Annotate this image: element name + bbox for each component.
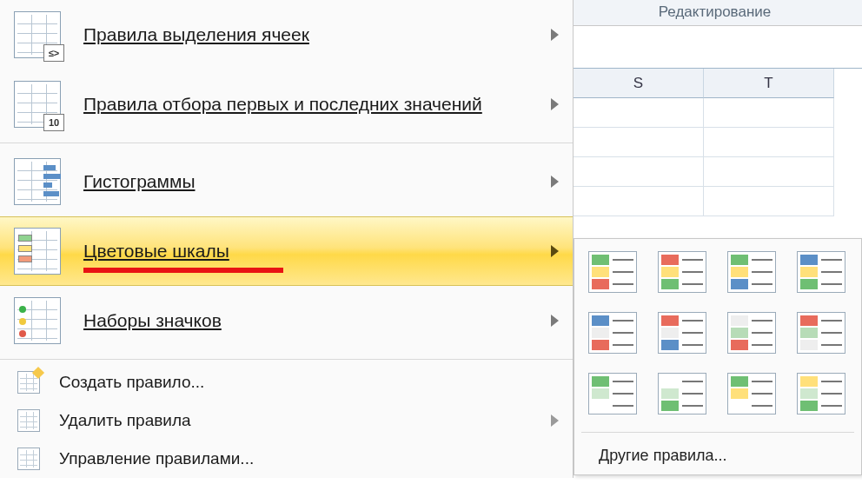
color-scale-swatch[interactable] [658, 373, 706, 414]
menu-item-label: Создать правило... [59, 373, 559, 392]
ribbon-group-editing: Редактирование [567, 0, 862, 26]
menu-item-manage-rules[interactable]: Управление правилами... [0, 440, 573, 478]
chevron-right-icon [551, 29, 559, 41]
color-scale-swatch[interactable] [588, 373, 637, 414]
data-bars-icon [14, 158, 61, 205]
menu-item-label: Цветовые шкалы [83, 241, 542, 262]
color-scale-swatch[interactable] [797, 373, 845, 414]
chevron-right-icon [551, 176, 559, 188]
color-scale-swatch[interactable] [727, 312, 776, 354]
conditional-formatting-menu: ≤> Правила выделения ячеек 10 Правила от… [0, 0, 574, 478]
chevron-right-icon [551, 315, 559, 327]
menu-item-label: Гистограммы [83, 171, 542, 192]
menu-item-label: Правила выделения ячеек [83, 24, 542, 45]
menu-item-more-rules[interactable]: Другие правила... [581, 436, 854, 474]
cell[interactable] [704, 157, 834, 187]
cell[interactable] [704, 98, 834, 128]
top-bottom-icon: 10 [14, 81, 61, 128]
cell[interactable] [574, 128, 704, 157]
color-scale-swatch[interactable] [588, 251, 637, 293]
cell[interactable] [574, 187, 704, 216]
highlight-cells-icon: ≤> [14, 11, 61, 58]
new-rule-icon [17, 371, 40, 394]
chevron-right-icon [551, 245, 559, 257]
menu-item-new-rule[interactable]: Создать правило... [0, 363, 573, 401]
icon-sets-icon [14, 297, 61, 344]
chevron-right-icon [551, 98, 559, 110]
color-scale-swatch[interactable] [658, 251, 706, 293]
menu-separator [0, 143, 573, 143]
column-header-t[interactable]: T [704, 69, 834, 98]
menu-item-icon-sets[interactable]: Наборы значков [0, 286, 573, 355]
spreadsheet-grid: S T [574, 68, 862, 216]
menu-item-clear-rules[interactable]: Удалить правила [0, 401, 573, 440]
cell[interactable] [574, 157, 704, 187]
color-scale-swatch[interactable] [588, 312, 637, 354]
color-scale-swatch[interactable] [797, 251, 845, 293]
color-scale-swatch[interactable] [658, 312, 706, 354]
menu-item-data-bars[interactable]: Гистограммы [0, 147, 573, 216]
manage-rules-icon [17, 448, 40, 470]
menu-item-highlight-cells-rules[interactable]: ≤> Правила выделения ячеек [0, 0, 573, 70]
cell[interactable] [704, 187, 834, 216]
color-scale-swatch[interactable] [797, 312, 845, 354]
color-scale-swatch[interactable] [727, 251, 776, 293]
cell[interactable] [574, 98, 704, 128]
menu-separator [0, 359, 573, 360]
annotation-underline [83, 268, 283, 273]
cell[interactable] [704, 128, 834, 157]
menu-item-label: Удалить правила [59, 411, 542, 430]
menu-item-top-bottom-rules[interactable]: 10 Правила отбора первых и последних зна… [0, 70, 573, 139]
menu-separator [581, 432, 854, 433]
clear-rules-icon [17, 409, 40, 432]
color-scales-icon [14, 228, 61, 275]
menu-item-color-scales[interactable]: Цветовые шкалы [0, 216, 573, 286]
menu-item-label: Правила отбора первых и последних значен… [83, 94, 542, 115]
color-scales-gallery: Другие правила... [574, 238, 862, 475]
menu-item-label: Наборы значков [83, 310, 542, 331]
column-header-s[interactable]: S [574, 69, 704, 98]
menu-item-label: Управление правилами... [59, 449, 559, 468]
chevron-right-icon [551, 414, 559, 427]
color-scale-swatch[interactable] [727, 373, 776, 414]
